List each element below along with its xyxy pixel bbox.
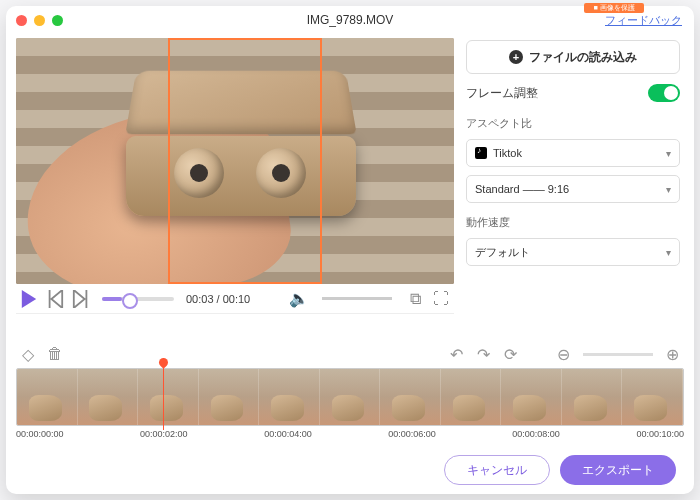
- zoom-in-icon[interactable]: ⊕: [665, 347, 680, 362]
- thumbnail: [501, 369, 562, 425]
- timecode-row: 00:00:00:00 00:00:02:00 00:00:04:00 00:0…: [16, 429, 684, 439]
- thumbnail: [259, 369, 320, 425]
- next-frame-icon[interactable]: [72, 290, 90, 308]
- bg-stub: ■ 画像を保護: [584, 3, 644, 13]
- plus-icon: +: [509, 50, 523, 64]
- thumbnail: [320, 369, 381, 425]
- zoom-slider[interactable]: [583, 353, 653, 356]
- volume-icon[interactable]: 🔈: [290, 290, 308, 308]
- thumbnail: [138, 369, 199, 425]
- feedback-link[interactable]: フィードバック: [605, 13, 682, 28]
- volume-slider[interactable]: [322, 297, 392, 300]
- chevron-down-icon: ▾: [666, 148, 671, 159]
- thumbnail: [380, 369, 441, 425]
- fullscreen-icon[interactable]: ⛶: [432, 290, 450, 308]
- import-file-button[interactable]: + ファイルの読み込み: [466, 40, 680, 74]
- speed-select[interactable]: デフォルト ▾: [466, 238, 680, 266]
- cancel-button[interactable]: キャンセル: [444, 455, 550, 485]
- thumbnail: [622, 369, 683, 425]
- seek-bar[interactable]: [102, 297, 174, 301]
- playback-controls: 00:03 / 00:10 🔈 ⧉ ⛶: [16, 284, 454, 314]
- app-window: ■ 画像を保護 IMG_9789.MOV フィードバック 00:03 / 00:…: [6, 6, 694, 494]
- thumbnail: [562, 369, 623, 425]
- speed-label: 動作速度: [466, 215, 680, 230]
- preview-pane: 00:03 / 00:10 🔈 ⧉ ⛶: [16, 38, 454, 340]
- edit-toolbar: ◇ 🗑 ↶ ↷ ⟳ ⊖ ⊕: [6, 340, 694, 368]
- redo-icon[interactable]: ↷: [476, 347, 491, 362]
- frame-adjust-label: フレーム調整: [466, 85, 538, 102]
- snapshot-icon[interactable]: ⧉: [406, 290, 424, 308]
- thumbnail: [17, 369, 78, 425]
- footer: キャンセル エクスポート: [6, 446, 694, 494]
- export-button[interactable]: エクスポート: [560, 455, 676, 485]
- tiktok-icon: [475, 147, 487, 159]
- import-label: ファイルの読み込み: [529, 49, 637, 66]
- timecode: 00:00:06:00: [388, 429, 436, 439]
- timeline-frames[interactable]: [16, 368, 684, 426]
- timeline[interactable]: 00:00:00:00 00:00:02:00 00:00:04:00 00:0…: [16, 368, 684, 446]
- timecode: 00:00:10:00: [636, 429, 684, 439]
- titlebar: ■ 画像を保護 IMG_9789.MOV フィードバック: [6, 6, 694, 34]
- refresh-icon[interactable]: ⟳: [503, 347, 518, 362]
- chevron-down-icon: ▾: [666, 184, 671, 195]
- chevron-down-icon: ▾: [666, 247, 671, 258]
- timecode: 00:00:02:00: [140, 429, 188, 439]
- platform-select[interactable]: Tiktok ▾: [466, 139, 680, 167]
- add-marker-icon[interactable]: ◇: [20, 347, 35, 362]
- playhead[interactable]: [163, 358, 164, 430]
- timecode: 00:00:00:00: [16, 429, 64, 439]
- undo-icon[interactable]: ↶: [449, 347, 464, 362]
- window-title: IMG_9789.MOV: [6, 13, 694, 27]
- timecode: 00:00:08:00: [512, 429, 560, 439]
- content-area: 00:03 / 00:10 🔈 ⧉ ⛶ + ファイルの読み込み フレーム調整 ア…: [6, 34, 694, 340]
- crop-frame[interactable]: [168, 38, 322, 284]
- ratio-select[interactable]: Standard —— 9:16 ▾: [466, 175, 680, 203]
- thumbnail: [199, 369, 260, 425]
- timecode: 00:00:04:00: [264, 429, 312, 439]
- prev-frame-icon[interactable]: [46, 290, 64, 308]
- frame-adjust-toggle[interactable]: [648, 84, 680, 102]
- time-display: 00:03 / 00:10: [186, 293, 250, 305]
- settings-panel: + ファイルの読み込み フレーム調整 アスペクト比 Tiktok ▾ Stand…: [464, 38, 684, 340]
- thumbnail: [78, 369, 139, 425]
- video-preview[interactable]: [16, 38, 454, 284]
- play-icon[interactable]: [20, 290, 38, 308]
- thumbnail: [441, 369, 502, 425]
- aspect-label: アスペクト比: [466, 116, 680, 131]
- zoom-out-icon[interactable]: ⊖: [556, 347, 571, 362]
- delete-icon[interactable]: 🗑: [47, 347, 62, 362]
